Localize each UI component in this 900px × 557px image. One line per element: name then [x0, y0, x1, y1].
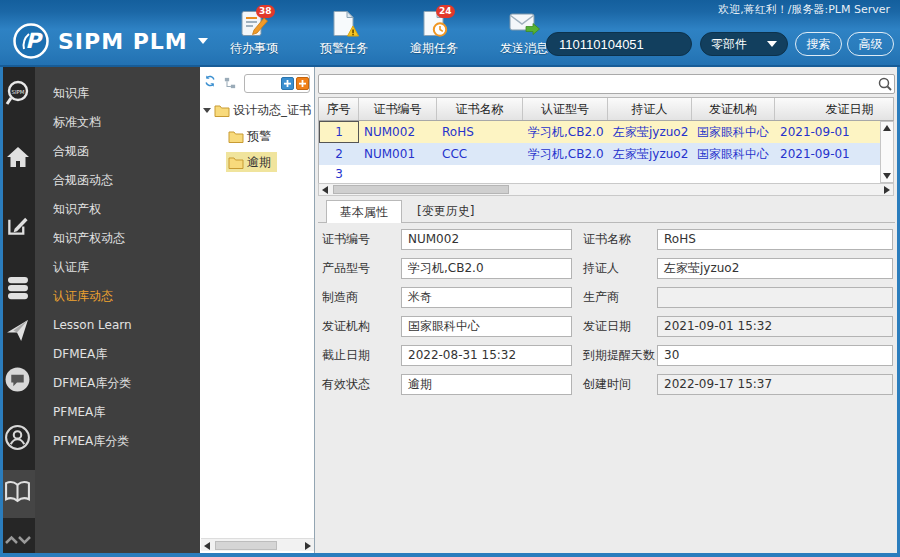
scroll-thumb[interactable]	[215, 541, 277, 550]
field-label: 制造商	[322, 287, 400, 308]
expander-icon[interactable]	[203, 108, 211, 113]
open-book-icon[interactable]	[0, 480, 35, 503]
scroll-right-icon[interactable]	[305, 542, 311, 550]
field-label: 发证日期	[583, 316, 656, 337]
holder-field[interactable]: 左家莹jyzuo2	[657, 258, 893, 279]
plm-window: 欢迎,蒋红利！/服务器:PLM Server P SIPM PLM 38	[0, 0, 900, 557]
search-button[interactable]: 搜索	[795, 32, 842, 56]
warning-tasks-button[interactable]: 预警任务	[308, 10, 380, 57]
issue-date-field[interactable]: 2021-09-01 15:32	[657, 316, 893, 337]
field-label: 有效状态	[322, 374, 400, 395]
tree-node-root[interactable]: 设计动态_证书	[203, 100, 311, 120]
table-row[interactable]: 1 NUM002 RoHS 学习机,CB2.0 左家莹jyzuo2 国家眼科中心…	[319, 121, 880, 143]
app-title: SIPM PLM	[58, 29, 188, 54]
create-time-field[interactable]: 2022-09-17 15:37	[657, 374, 893, 395]
scroll-left-icon[interactable]	[322, 186, 328, 194]
table-row[interactable]: 2 NUM001 CCC 学习机,CB2.0 左家莹jyzuo2 国家眼科中心 …	[319, 143, 880, 165]
issuer-field[interactable]: 国家眼科中心	[401, 316, 572, 337]
sidebar-item-ip-activity[interactable]: 知识产权动态	[35, 224, 200, 253]
tree-horizontal-scrollbar[interactable]	[201, 538, 314, 551]
column-header-cert-name[interactable]: 证书名称	[437, 98, 523, 120]
paper-plane-icon[interactable]	[0, 318, 35, 343]
sidebar-item-lesson-learn[interactable]: Lesson Learn	[35, 311, 200, 340]
sidebar-item-pfmea-library[interactable]: PFMEA库	[35, 398, 200, 427]
expiry-date-field[interactable]: 2022-08-31 15:32	[401, 345, 572, 366]
field-label: 到期提醒天数	[583, 345, 656, 366]
sidebar-item-standard-docs[interactable]: 标准文档	[35, 108, 200, 137]
search-category-dropdown[interactable]: 零部件	[700, 32, 788, 56]
app-header: 欢迎,蒋红利！/服务器:PLM Server P SIPM PLM 38	[0, 0, 900, 67]
scroll-chevrons-icon[interactable]	[0, 534, 35, 546]
product-model-field[interactable]: 学习机,CB2.0	[401, 258, 572, 279]
scroll-thumb[interactable]	[333, 185, 509, 194]
column-header-seq[interactable]: 序号	[319, 98, 359, 120]
tree-node-overdue[interactable]: 逾期	[226, 152, 277, 172]
table-horizontal-scrollbar[interactable]	[318, 183, 894, 196]
todo-count-badge: 38	[256, 5, 275, 18]
tree-hierarchy-button[interactable]	[224, 77, 236, 89]
overdue-tasks-button[interactable]: 24 逾期任务	[398, 10, 470, 57]
column-header-issuer[interactable]: 发证机构	[692, 98, 775, 120]
column-header-issue-date[interactable]: 发证日期	[775, 98, 894, 120]
sipm-logo-icon: P	[12, 22, 50, 60]
search-category-value: 零部件	[711, 36, 747, 53]
warning-document-icon	[329, 10, 359, 38]
field-label: 证书编号	[322, 229, 400, 250]
validity-status-field[interactable]: 逾期	[401, 374, 572, 395]
tab-basic-properties[interactable]: 基本属性	[326, 200, 402, 223]
folder-icon	[228, 130, 244, 143]
app-logo-menu[interactable]: P SIPM PLM	[12, 22, 208, 60]
sidebar-item-cert-library-activity[interactable]: 认证库动态	[35, 282, 200, 311]
svg-text:SIPM: SIPM	[11, 89, 24, 95]
sidebar-item-cert-library[interactable]: 认证库	[35, 253, 200, 282]
sidebar-item-pfmea-category[interactable]: PFMEA库分类	[35, 427, 200, 456]
field-label: 生产商	[583, 287, 656, 308]
chevron-down-icon	[767, 41, 777, 47]
scroll-left-icon[interactable]	[204, 542, 210, 550]
column-header-cert-no[interactable]: 证书编号	[359, 98, 437, 120]
table-row[interactable]: 3	[319, 165, 880, 183]
send-message-icon	[508, 10, 540, 38]
table-body: 1 NUM002 RoHS 学习机,CB2.0 左家莹jyzuo2 国家眼科中心…	[318, 121, 880, 183]
folder-icon	[214, 104, 230, 117]
database-icon[interactable]	[0, 276, 35, 301]
hierarchy-icon	[224, 76, 236, 90]
svg-text:P: P	[25, 29, 43, 53]
advanced-search-button[interactable]: 高级	[847, 32, 894, 56]
scroll-right-icon[interactable]	[884, 186, 890, 194]
cert-no-field[interactable]: NUM002	[401, 229, 572, 250]
tab-change-history[interactable]: [变更历史]	[404, 200, 487, 223]
producer-field[interactable]	[657, 287, 893, 308]
tree-refresh-button[interactable]	[204, 75, 216, 87]
sidebar-item-compliance-activity[interactable]: 合规函动态	[35, 166, 200, 195]
scroll-up-icon[interactable]	[883, 125, 891, 131]
scroll-down-icon[interactable]	[883, 173, 891, 179]
sidebar-item-knowledge-base[interactable]: 知识库	[35, 79, 200, 108]
field-label: 截止日期	[322, 345, 400, 366]
sidebar-item-dfmea-category[interactable]: DFMEA库分类	[35, 369, 200, 398]
edit-icon[interactable]	[0, 214, 35, 237]
column-header-holder[interactable]: 持证人	[608, 98, 692, 120]
tree-filter-prev-button[interactable]	[281, 77, 294, 90]
sidebar-item-ip[interactable]: 知识产权	[35, 195, 200, 224]
global-search-input[interactable]	[546, 32, 692, 56]
column-header-cert-model[interactable]: 认证型号	[523, 98, 608, 120]
home-icon[interactable]	[0, 146, 35, 168]
search-icon[interactable]	[878, 77, 892, 94]
tree-filter-next-button[interactable]	[296, 77, 309, 90]
table-search-input[interactable]	[318, 74, 895, 94]
sipm-magnifier-icon[interactable]: SIPM	[0, 80, 35, 107]
refresh-icon	[204, 73, 216, 89]
sidebar-item-compliance[interactable]: 合规函	[35, 137, 200, 166]
chat-icon[interactable]	[0, 366, 35, 393]
manufacturer-field[interactable]: 米奇	[401, 287, 572, 308]
todo-tasks-button[interactable]: 38 待办事项	[218, 10, 290, 57]
window-border	[0, 553, 900, 557]
tree-node-warning[interactable]: 预警	[228, 126, 271, 146]
reminder-days-field[interactable]: 30	[657, 345, 893, 366]
sidebar-menu: 知识库 标准文档 合规函 合规函动态 知识产权 知识产权动态 认证库 认证库动态…	[35, 67, 200, 553]
table-vertical-scrollbar[interactable]	[880, 121, 894, 183]
sidebar-item-dfmea-library[interactable]: DFMEA库	[35, 340, 200, 369]
cert-name-field[interactable]: RoHS	[657, 229, 893, 250]
support-icon[interactable]	[0, 424, 35, 451]
